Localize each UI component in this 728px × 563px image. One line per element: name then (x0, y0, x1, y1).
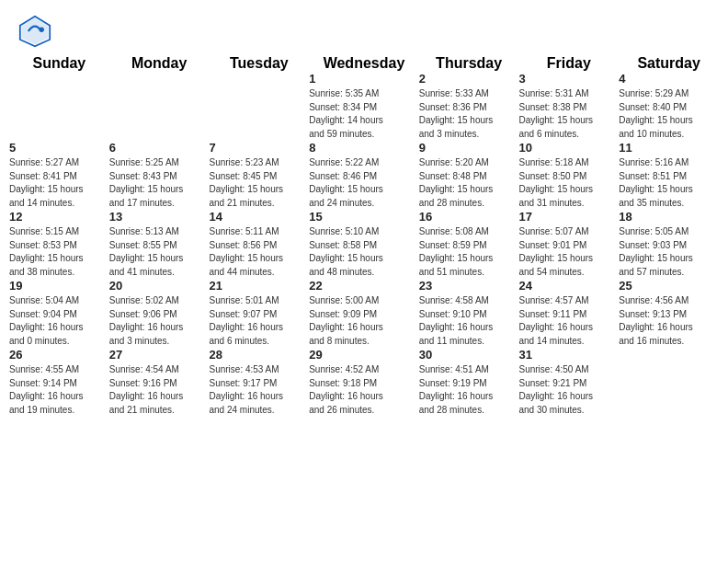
day-number: 19 (9, 279, 109, 293)
weekday-header-row: SundayMondayTuesdayWednesdayThursdayFrid… (9, 55, 719, 72)
day-cell: 8Sunrise: 5:22 AM Sunset: 8:46 PM Daylig… (309, 141, 419, 210)
weekday-header-tuesday: Tuesday (209, 55, 309, 72)
day-number: 6 (109, 141, 210, 155)
day-info: Sunrise: 4:58 AM Sunset: 9:10 PM Dayligh… (419, 294, 519, 348)
logo-icon (18, 15, 51, 48)
day-info: Sunrise: 5:02 AM Sunset: 9:06 PM Dayligh… (109, 294, 210, 348)
day-info: Sunrise: 4:54 AM Sunset: 9:16 PM Dayligh… (109, 363, 210, 417)
day-cell: 10Sunrise: 5:18 AM Sunset: 8:50 PM Dayli… (518, 141, 619, 210)
day-info: Sunrise: 4:57 AM Sunset: 9:11 PM Dayligh… (518, 294, 619, 348)
day-cell: 29Sunrise: 4:52 AM Sunset: 9:18 PM Dayli… (309, 348, 419, 417)
day-info: Sunrise: 5:33 AM Sunset: 8:36 PM Dayligh… (419, 87, 519, 141)
week-row-4: 19Sunrise: 5:04 AM Sunset: 9:04 PM Dayli… (9, 279, 719, 348)
day-info: Sunrise: 5:27 AM Sunset: 8:41 PM Dayligh… (9, 156, 109, 210)
day-cell: 16Sunrise: 5:08 AM Sunset: 8:59 PM Dayli… (419, 210, 519, 279)
day-cell (209, 72, 309, 141)
day-info: Sunrise: 4:51 AM Sunset: 9:19 PM Dayligh… (419, 363, 519, 417)
day-number: 28 (209, 348, 309, 362)
day-info: Sunrise: 5:29 AM Sunset: 8:40 PM Dayligh… (619, 87, 719, 141)
day-info: Sunrise: 5:22 AM Sunset: 8:46 PM Dayligh… (309, 156, 419, 210)
day-info: Sunrise: 4:52 AM Sunset: 9:18 PM Dayligh… (309, 363, 419, 417)
weekday-header-saturday: Saturday (619, 55, 719, 72)
day-cell: 11Sunrise: 5:16 AM Sunset: 8:51 PM Dayli… (619, 141, 719, 210)
weekday-header-monday: Monday (109, 55, 210, 72)
day-number: 13 (109, 210, 210, 224)
day-cell: 24Sunrise: 4:57 AM Sunset: 9:11 PM Dayli… (518, 279, 619, 348)
day-cell: 27Sunrise: 4:54 AM Sunset: 9:16 PM Dayli… (109, 348, 210, 417)
day-number: 23 (419, 279, 519, 293)
day-cell (619, 348, 719, 417)
day-cell: 5Sunrise: 5:27 AM Sunset: 8:41 PM Daylig… (9, 141, 109, 210)
page-header (0, 0, 728, 55)
calendar-wrapper: SundayMondayTuesdayWednesdayThursdayFrid… (0, 55, 728, 426)
day-info: Sunrise: 5:16 AM Sunset: 8:51 PM Dayligh… (619, 156, 719, 210)
day-number: 21 (209, 279, 309, 293)
day-info: Sunrise: 5:00 AM Sunset: 9:09 PM Dayligh… (309, 294, 419, 348)
day-info: Sunrise: 5:04 AM Sunset: 9:04 PM Dayligh… (9, 294, 109, 348)
day-number: 17 (518, 210, 619, 224)
day-info: Sunrise: 5:15 AM Sunset: 8:53 PM Dayligh… (9, 225, 109, 279)
day-cell: 13Sunrise: 5:13 AM Sunset: 8:55 PM Dayli… (109, 210, 210, 279)
day-number: 18 (619, 210, 719, 224)
day-cell: 30Sunrise: 4:51 AM Sunset: 9:19 PM Dayli… (419, 348, 519, 417)
day-number: 31 (518, 348, 619, 362)
week-row-5: 26Sunrise: 4:55 AM Sunset: 9:14 PM Dayli… (9, 348, 719, 417)
day-number: 27 (109, 348, 210, 362)
calendar-table: SundayMondayTuesdayWednesdayThursdayFrid… (9, 55, 719, 417)
week-row-3: 12Sunrise: 5:15 AM Sunset: 8:53 PM Dayli… (9, 210, 719, 279)
day-cell: 3Sunrise: 5:31 AM Sunset: 8:38 PM Daylig… (518, 72, 619, 141)
day-cell: 6Sunrise: 5:25 AM Sunset: 8:43 PM Daylig… (109, 141, 210, 210)
day-info: Sunrise: 5:05 AM Sunset: 9:03 PM Dayligh… (619, 225, 719, 279)
day-cell: 31Sunrise: 4:50 AM Sunset: 9:21 PM Dayli… (518, 348, 619, 417)
day-cell: 19Sunrise: 5:04 AM Sunset: 9:04 PM Dayli… (9, 279, 109, 348)
day-number: 29 (309, 348, 419, 362)
day-cell: 9Sunrise: 5:20 AM Sunset: 8:48 PM Daylig… (419, 141, 519, 210)
day-number: 7 (209, 141, 309, 155)
day-cell: 14Sunrise: 5:11 AM Sunset: 8:56 PM Dayli… (209, 210, 309, 279)
day-cell: 20Sunrise: 5:02 AM Sunset: 9:06 PM Dayli… (109, 279, 210, 348)
day-number: 11 (619, 141, 719, 155)
week-row-2: 5Sunrise: 5:27 AM Sunset: 8:41 PM Daylig… (9, 141, 719, 210)
day-cell: 25Sunrise: 4:56 AM Sunset: 9:13 PM Dayli… (619, 279, 719, 348)
day-number: 8 (309, 141, 419, 155)
week-row-1: 1Sunrise: 5:35 AM Sunset: 8:34 PM Daylig… (9, 72, 719, 141)
weekday-header-thursday: Thursday (419, 55, 519, 72)
day-number: 3 (518, 72, 619, 86)
day-info: Sunrise: 5:18 AM Sunset: 8:50 PM Dayligh… (518, 156, 619, 210)
day-number: 5 (9, 141, 109, 155)
day-info: Sunrise: 4:50 AM Sunset: 9:21 PM Dayligh… (518, 363, 619, 417)
logo (18, 15, 53, 48)
day-number: 15 (309, 210, 419, 224)
day-info: Sunrise: 5:07 AM Sunset: 9:01 PM Dayligh… (518, 225, 619, 279)
day-cell: 17Sunrise: 5:07 AM Sunset: 9:01 PM Dayli… (518, 210, 619, 279)
day-info: Sunrise: 5:35 AM Sunset: 8:34 PM Dayligh… (309, 87, 419, 141)
day-number: 20 (109, 279, 210, 293)
day-cell: 2Sunrise: 5:33 AM Sunset: 8:36 PM Daylig… (419, 72, 519, 141)
day-info: Sunrise: 4:56 AM Sunset: 9:13 PM Dayligh… (619, 294, 719, 348)
day-info: Sunrise: 5:10 AM Sunset: 8:58 PM Dayligh… (309, 225, 419, 279)
day-number: 14 (209, 210, 309, 224)
day-number: 10 (518, 141, 619, 155)
svg-point-2 (40, 28, 44, 32)
day-number: 30 (419, 348, 519, 362)
day-number: 9 (419, 141, 519, 155)
day-cell: 18Sunrise: 5:05 AM Sunset: 9:03 PM Dayli… (619, 210, 719, 279)
day-cell: 12Sunrise: 5:15 AM Sunset: 8:53 PM Dayli… (9, 210, 109, 279)
day-number: 22 (309, 279, 419, 293)
day-cell: 22Sunrise: 5:00 AM Sunset: 9:09 PM Dayli… (309, 279, 419, 348)
day-info: Sunrise: 5:11 AM Sunset: 8:56 PM Dayligh… (209, 225, 309, 279)
day-number: 25 (619, 279, 719, 293)
day-cell (109, 72, 210, 141)
day-info: Sunrise: 4:53 AM Sunset: 9:17 PM Dayligh… (209, 363, 309, 417)
day-number: 26 (9, 348, 109, 362)
day-cell: 4Sunrise: 5:29 AM Sunset: 8:40 PM Daylig… (619, 72, 719, 141)
day-info: Sunrise: 5:25 AM Sunset: 8:43 PM Dayligh… (109, 156, 210, 210)
day-cell: 7Sunrise: 5:23 AM Sunset: 8:45 PM Daylig… (209, 141, 309, 210)
day-cell (9, 72, 109, 141)
day-info: Sunrise: 5:20 AM Sunset: 8:48 PM Dayligh… (419, 156, 519, 210)
weekday-header-friday: Friday (518, 55, 619, 72)
weekday-header-sunday: Sunday (9, 55, 109, 72)
day-info: Sunrise: 4:55 AM Sunset: 9:14 PM Dayligh… (9, 363, 109, 417)
day-cell: 21Sunrise: 5:01 AM Sunset: 9:07 PM Dayli… (209, 279, 309, 348)
day-cell: 28Sunrise: 4:53 AM Sunset: 9:17 PM Dayli… (209, 348, 309, 417)
